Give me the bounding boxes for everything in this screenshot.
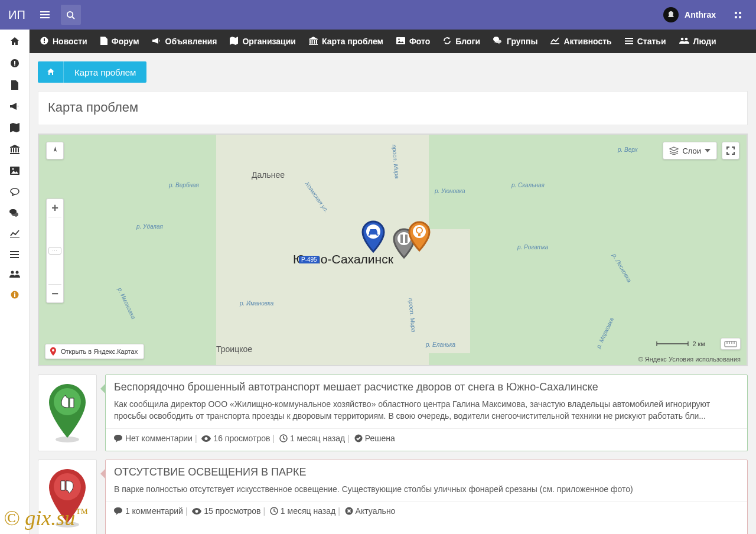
avatar[interactable] [663,7,679,22]
problem-meta: 1 комментарий| 15 просмотров| 1 месяц на… [106,501,747,520]
fullscreen-button[interactable] [722,142,739,159]
nav-problems[interactable]: Карта проблем [303,30,389,53]
image-icon [396,37,405,46]
sidebar-info-icon[interactable] [7,291,22,301]
map-river-label: р. Рогатка [517,244,548,250]
top-bar: ИП Anthrax [0,0,756,30]
crumb-current[interactable]: Карта проблем [64,67,146,77]
problem-status-marker [38,375,97,451]
sidebar-bank-icon[interactable] [7,145,22,156]
problem-body: В парке полностью отсутствует искусствен… [106,483,747,501]
zoom-slider[interactable]: ··· [48,217,61,285]
svg-point-50 [205,437,208,440]
svg-rect-27 [625,38,633,39]
map-widget[interactable]: Южно-Сахалинск ДальнееТроицкоер. Удалаяр… [38,134,748,366]
sidebar-bullhorn-icon[interactable] [7,102,22,112]
nav-ads[interactable]: Объявления [146,30,223,53]
crumb-home-button[interactable] [38,61,64,83]
svg-point-26 [398,38,399,40]
map-river-label: р. Лесковка [611,252,633,283]
brand-logo[interactable]: ИП [8,8,25,22]
nav-groups[interactable]: Группы [487,30,543,53]
pin-icon [49,347,57,356]
svg-rect-25 [396,37,405,44]
nav-news[interactable]: Новости [34,30,93,53]
sidebar-chart-icon[interactable] [7,230,22,240]
sidebar-alert-icon[interactable] [7,58,22,70]
svg-rect-28 [625,41,633,42]
svg-rect-14 [10,251,19,252]
bank-icon [309,37,318,47]
map-river-label: просп. Мира [391,144,400,179]
problem-title[interactable]: Беспорядочно брошенный автотранспорт меш… [106,375,747,398]
map-pin-car[interactable] [361,220,386,253]
state-label: Актуально [356,506,396,516]
svg-rect-20 [14,294,15,297]
sidebar-image-icon[interactable] [7,167,22,177]
nav-articles[interactable]: Статьи [619,30,672,53]
sidebar-map-icon[interactable] [7,123,22,134]
state-label: Решена [365,434,395,443]
problem-body: Как сообщила директор ООО «Жилищно-комму… [106,398,747,428]
problem-title[interactable]: ОТСУТСТВИЕ ОСВЕЩЕНИЯ В ПАРКЕ [106,460,747,483]
map-river-label: р. Уюновка [435,188,465,194]
user-name[interactable]: Anthrax [685,10,716,19]
svg-point-8 [738,15,741,18]
sidebar-chat-icon[interactable] [7,209,22,219]
svg-rect-43 [725,341,737,347]
sidebar-comment-icon[interactable] [7,187,22,198]
menu-toggle-button[interactable] [35,5,55,25]
views-count: 15 просмотров [204,506,260,516]
layers-button[interactable]: Слои [663,142,717,159]
sidebar-list-icon[interactable] [7,250,22,260]
settings-button[interactable] [728,5,748,25]
zoom-handle-icon[interactable]: ··· [48,247,61,255]
problem-card[interactable]: Беспорядочно брошенный автотранспорт меш… [105,375,748,451]
nav-blogs[interactable]: Блоги [437,30,486,53]
sidebar-people-icon[interactable] [7,271,22,280]
problem-meta: Нет комментарии| 16 просмотров| 1 месяц … [106,428,747,448]
main-nav: Новости Форум Объявления Организации Кар… [30,30,756,53]
svg-rect-2 [40,17,50,18]
map-pin-light[interactable] [408,221,431,252]
nav-people[interactable]: Люди [673,30,722,53]
svg-rect-21 [14,292,15,294]
nav-activity[interactable]: Активность [545,30,617,53]
map-town-label: Дальнее [252,170,285,180]
sidebar-home-icon[interactable] [7,37,22,48]
zoom-in-button[interactable]: + [47,199,63,217]
svg-rect-29 [625,43,633,44]
open-in-yandex-button[interactable]: Открыть в Яндекс.Картах [45,344,144,359]
svg-rect-38 [418,234,421,236]
nav-forum[interactable]: Форум [94,30,145,53]
time-label: 1 месяц назад [290,434,345,443]
zoom-out-button[interactable]: − [47,285,63,302]
problem-card[interactable]: ОТСУТСТВИЕ ОСВЕЩЕНИЯ В ПАРКЕ В парке пол… [105,460,748,534]
search-button[interactable] [61,5,81,25]
map-river-label: Холмская ул. [304,180,330,213]
map-locate-button[interactable] [46,142,64,159]
svg-rect-24 [44,42,45,43]
chart-icon [550,37,559,46]
svg-point-17 [11,271,14,274]
people-icon [679,37,689,46]
map-river-label: р. Еланька [426,341,455,348]
map-river-label: р. Верх [618,146,638,153]
svg-point-3 [67,11,73,17]
svg-point-39 [52,349,54,351]
map-river-label: р. Вербная [169,182,199,188]
nav-org[interactable]: Организации [224,30,302,53]
problem-status-marker [38,460,97,534]
refresh-icon [443,37,451,47]
chat-icon [493,37,503,46]
sidebar-file-icon[interactable] [7,80,22,92]
map-scale: 2 км [656,340,705,347]
map-terms-link[interactable]: Условия использования [669,356,741,363]
time-label: 1 месяц назад [281,506,335,516]
left-sidebar [0,30,30,534]
problem-list: Беспорядочно брошенный автотранспорт меш… [38,375,748,534]
views-count: 16 просмотров [213,434,270,443]
svg-point-7 [734,15,737,18]
ruler-button[interactable] [721,338,741,350]
nav-photo[interactable]: Фото [390,30,436,53]
